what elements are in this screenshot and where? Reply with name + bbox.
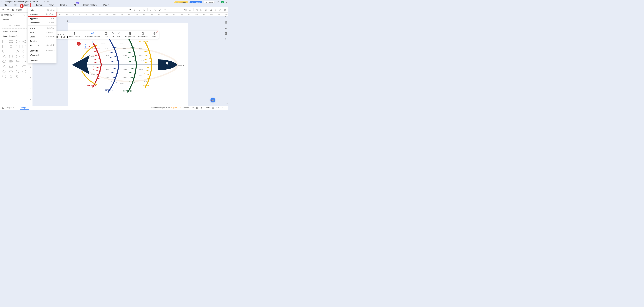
pin-icon[interactable]: 📌: [156, 31, 158, 33]
tools-button[interactable]: [219, 8, 222, 11]
page-icon[interactable]: [225, 32, 228, 35]
shape-callout[interactable]: [2, 49, 7, 54]
chat-button[interactable]: 🤖: [210, 98, 215, 102]
align-icon[interactable]: [63, 33, 65, 36]
zoom-level[interactable]: 72%: [216, 107, 220, 109]
shape-target[interactable]: [8, 59, 14, 64]
dropdown-math[interactable]: Math EquationCtrl+Alt+E: [28, 43, 56, 47]
shadow-button[interactable]: [184, 8, 187, 11]
menu-plugin[interactable]: Plugin: [102, 3, 110, 7]
undo-button[interactable]: [2, 8, 5, 11]
shape-ring[interactable]: [22, 39, 27, 44]
shape-heart[interactable]: [15, 74, 20, 78]
menu-file[interactable]: File: [2, 3, 8, 7]
expand-link[interactable]: Expand: [172, 106, 178, 108]
shape-hexagon2[interactable]: [15, 69, 20, 74]
dropdown-timeline[interactable]: Timeline: [28, 39, 56, 43]
menu-ai[interactable]: AI hot: [73, 3, 77, 7]
increase-font-icon[interactable]: A↑: [57, 33, 59, 36]
crop-button[interactable]: [209, 8, 212, 11]
menu-symbol[interactable]: Symbol: [59, 3, 68, 7]
ai-content-button[interactable]: AI AI generated content: [83, 31, 101, 38]
number-list-icon[interactable]: [60, 36, 62, 39]
dropdown-table[interactable]: TableCtrl+Alt+T: [28, 30, 56, 35]
line-style-button[interactable]: [168, 8, 171, 11]
dropdown-chart[interactable]: ChartCtrl+Alt+P: [28, 35, 56, 39]
collapse-right-icon[interactable]: »: [226, 102, 228, 104]
dropdown-attachment[interactable]: AttachmentCtrl+H: [28, 21, 56, 25]
drag-here-zone[interactable]: ⊕ Drag Here: [2, 23, 27, 28]
dropdown-container[interactable]: Container: [28, 58, 56, 63]
shape-hexagon3[interactable]: [22, 69, 27, 74]
underline-icon[interactable]: ab: [64, 36, 65, 39]
shape-rounded-rect[interactable]: [8, 39, 14, 44]
target-icon[interactable]: [200, 107, 203, 109]
font-selector[interactable]: Calibri: [16, 9, 22, 11]
shape-snip2[interactable]: [22, 44, 27, 49]
style-button[interactable]: Style: [103, 31, 110, 38]
page-selector[interactable]: Page-1 ▾: [6, 107, 14, 109]
shape-pill[interactable]: [22, 64, 27, 69]
shape-rect[interactable]: [2, 39, 7, 44]
shape-round-top[interactable]: [8, 44, 14, 49]
send-back-button[interactable]: Send to Back: [136, 31, 149, 38]
shape-rect2[interactable]: [2, 44, 7, 49]
arrow-end-button[interactable]: [178, 8, 180, 11]
star-icon[interactable]: ☆: [47, 0, 49, 3]
shape-right-triangle[interactable]: [15, 64, 20, 69]
dropdown-comment[interactable]: CommentCtrl+Alt+X: [28, 12, 56, 17]
shape-diamond2[interactable]: [22, 54, 27, 59]
shape-star[interactable]: [8, 74, 14, 78]
shape-ellipse-wide[interactable]: [2, 59, 7, 64]
decrease-font-icon[interactable]: A↓: [60, 33, 62, 36]
shape-pentagon[interactable]: [8, 69, 14, 74]
lock-button[interactable]: [214, 8, 217, 11]
add-page-button[interactable]: +: [16, 106, 18, 109]
layers-icon[interactable]: [225, 21, 228, 24]
shape-hexagon[interactable]: [15, 54, 20, 59]
layout-button[interactable]: [223, 8, 226, 11]
shape-octagon[interactable]: [8, 54, 14, 59]
dropdown-icon[interactable]: ▾: [14, 14, 14, 16]
align-objects-button[interactable]: [195, 8, 198, 11]
shape-trapezoid[interactable]: [8, 64, 14, 69]
shape-triangle[interactable]: [15, 49, 20, 54]
canvas[interactable]: 0°: [32, 16, 228, 106]
stack-icon[interactable]: [196, 107, 198, 109]
fullscreen-icon[interactable]: [224, 107, 226, 109]
pen-button[interactable]: [159, 8, 162, 11]
diamond-icon[interactable]: ◆: [180, 107, 181, 109]
selected-text[interactable]: OPTION 02: [86, 44, 99, 48]
search-icon[interactable]: [24, 14, 26, 16]
history-icon[interactable]: [225, 38, 228, 40]
menu-search[interactable]: Search Feature: [82, 3, 98, 7]
font-a-icon[interactable]: A: [67, 36, 68, 39]
shape-square[interactable]: [22, 74, 27, 78]
bold-button[interactable]: T: [133, 8, 136, 11]
bullet-list-icon[interactable]: [56, 36, 58, 39]
font-color-button[interactable]: A: [129, 8, 132, 11]
shape-diamond[interactable]: [22, 49, 27, 54]
bring-front-button[interactable]: Bring to Front: [124, 31, 136, 38]
save-icon[interactable]: [40, 0, 42, 2]
shape-diamond3[interactable]: [2, 69, 7, 74]
line-button[interactable]: Line: [116, 31, 122, 38]
dropdown-hyperlink[interactable]: HyperlinkCtrl+K: [28, 16, 56, 21]
menu-insert[interactable]: Insert: [23, 3, 31, 7]
page-tab-1[interactable]: Page-1: [20, 106, 29, 110]
export-icon[interactable]: [43, 0, 45, 2]
menu-edit[interactable]: Edit: [12, 3, 18, 7]
arrow-start-button[interactable]: [173, 8, 176, 11]
dropdown-note[interactable]: NoteCtrl+Alt+Z: [28, 8, 56, 12]
redo-button[interactable]: [7, 8, 10, 11]
fill-button[interactable]: Fill: [110, 31, 116, 38]
menu-layout[interactable]: Layout: [35, 3, 44, 7]
align-button[interactable]: [138, 8, 141, 11]
paint-format-button[interactable]: [12, 8, 14, 11]
fill-button[interactable]: [154, 8, 157, 11]
shape-circle[interactable]: [15, 39, 20, 44]
shape-frame[interactable]: [8, 49, 14, 54]
group-button[interactable]: [200, 8, 203, 11]
menu-view[interactable]: View: [48, 3, 55, 7]
page-layout-icon[interactable]: [2, 107, 4, 109]
